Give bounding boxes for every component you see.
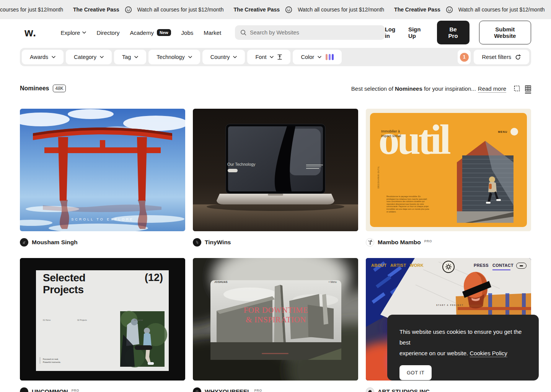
cookie-banner: This website uses cookies to ensure you …: [387, 315, 539, 381]
site-nav-press: PRESS: [474, 263, 489, 268]
search-input[interactable]: [250, 29, 380, 36]
cookie-text: This website uses cookies to ensure you …: [399, 327, 527, 359]
author-name: UNCOMMON: [32, 388, 68, 392]
site-card-tinywins[interactable]: Our Technology: [193, 109, 358, 231]
site-card-mousham-singh[interactable]: SCROLL TO EXPLORE: [20, 109, 185, 231]
nominee-cell: outil Immobilier àimpact social MENU DÉC…: [366, 109, 531, 258]
promo-banner[interactable]: courses for just $12/month The Creative …: [0, 0, 551, 19]
avatar: [193, 387, 201, 392]
smiley-icon: [446, 6, 453, 13]
search-icon: [240, 29, 246, 36]
filter-technology[interactable]: Technology: [148, 50, 200, 64]
menu-label: + Menu: [328, 281, 337, 283]
promo-message: Watch all courses for just $12/month: [298, 7, 384, 13]
author-name: TinyWins: [205, 239, 231, 246]
nav-explore[interactable]: Explore: [61, 29, 86, 36]
be-pro-button[interactable]: Be Pro: [437, 21, 469, 44]
site-card-whyyourfeel[interactable]: JOSHUAS + Menu FOR DOWNTIME& INSPIRATION: [193, 258, 358, 381]
main-nav: Explore Directory Academy New Jobs Marke…: [61, 29, 222, 36]
awwwards-logo[interactable]: w.: [24, 26, 36, 39]
nominee-cell: Our Technology TinyWins: [193, 109, 358, 258]
smiley-icon: [125, 6, 132, 13]
site-cta-pill: [516, 263, 527, 269]
nominees-count-badge: 48K: [53, 85, 65, 92]
laptop-artwork: [193, 109, 358, 231]
promo-brand: The Creative Pass: [394, 7, 440, 13]
pro-badge: PRO: [72, 389, 79, 392]
table-view-icon[interactable]: [525, 85, 531, 93]
nominee-cell: SelectedProjects (12) 01 Home 02 Project…: [20, 258, 185, 392]
author-name: WHYYOURFEEL: [205, 388, 251, 392]
avatar: [366, 387, 374, 392]
studio-logo-badge: [442, 261, 455, 273]
font-height-icon: [277, 54, 282, 60]
cookies-policy-link[interactable]: Cookies Policy: [469, 350, 507, 356]
pro-badge: PRO: [254, 389, 262, 392]
chevron-down-icon: [100, 56, 104, 58]
active-filters-count[interactable]: 1: [458, 50, 471, 64]
read-more-link[interactable]: Read more: [478, 85, 506, 92]
signup-link[interactable]: Sign Up: [408, 26, 426, 39]
screen-text-lines: [306, 165, 323, 170]
nominee-author[interactable]: UNCOMMON PRO: [20, 387, 185, 392]
filter-count-badge: 1: [460, 53, 469, 62]
avatar: [20, 238, 28, 247]
avatar: [366, 238, 374, 247]
nominee-cell: SCROLL TO EXPLORE Mousham Singh: [20, 109, 185, 258]
nominee-cell: JOSHUAS + Menu FOR DOWNTIME& INSPIRATION…: [193, 258, 358, 392]
nominee-author[interactable]: TinyWins: [193, 237, 358, 247]
outil-title-text: outil: [378, 119, 449, 161]
mini-nav-home: 01 Home: [43, 319, 51, 321]
promo-brand: The Creative Pass: [234, 7, 280, 13]
auth-area: Log in Sign Up Be Pro Submit Website: [385, 21, 531, 44]
listing-header: Nominees 48K Best selection of Nominees …: [20, 85, 531, 92]
nominee-author[interactable]: WHYYOURFEEL PRO: [193, 387, 358, 392]
reset-filters-button[interactable]: Reset filters: [474, 50, 529, 64]
page-title: Nominees: [20, 85, 49, 92]
got-it-button[interactable]: GOT IT: [399, 365, 432, 380]
start-project-text: START A PROJECT: [419, 304, 481, 306]
mini-nav-projects: 02 Projects: [77, 319, 87, 321]
vertical-label: DÉCOUVRIR OUTIL: [377, 166, 380, 188]
nominee-author[interactable]: Mousham Singh: [20, 237, 185, 247]
site-card-mambo-mambo[interactable]: outil Immobilier àimpact social MENU DÉC…: [366, 109, 531, 231]
nav-jobs[interactable]: Jobs: [181, 29, 194, 36]
nav-directory[interactable]: Directory: [96, 29, 119, 36]
nav-academy[interactable]: Academy New: [130, 29, 171, 36]
nominee-author[interactable]: Mambo Mambo PRO: [366, 237, 531, 247]
menu-circle-icon: [510, 128, 518, 136]
site-nav-artist: ARTIST: [390, 263, 406, 268]
contact-underline: [492, 270, 510, 270]
login-link[interactable]: Log in: [385, 26, 399, 39]
avatar: [20, 387, 28, 392]
filter-color[interactable]: Color: [293, 50, 342, 64]
site-card-uncommon[interactable]: SelectedProjects (12) 01 Home 02 Project…: [20, 258, 185, 381]
author-name: ART STUDIOS INC: [378, 388, 430, 392]
scroll-to-explore-text: SCROLL TO EXPLORE: [20, 217, 185, 221]
listing-subtitle: Best selection of Nominees for your insp…: [351, 85, 476, 92]
promo-message: Watch all courses for just $12/month: [458, 7, 545, 13]
mini-nav-journal: 03 Journal: [134, 319, 143, 321]
filter-tag[interactable]: Tag: [114, 50, 146, 64]
chevron-down-icon: [82, 31, 86, 34]
chevron-down-icon: [233, 56, 237, 58]
grid-view-icon[interactable]: [514, 85, 520, 91]
color-swatches-icon: [326, 54, 334, 60]
filter-awards[interactable]: Awards: [22, 50, 64, 64]
promo-message-partial: courses for just $12/month: [0, 7, 63, 13]
filter-font[interactable]: Font: [247, 50, 290, 64]
avatar: [193, 238, 201, 247]
screen-title-text: Our Technology: [227, 162, 255, 167]
site-nav-about: ABOUT: [371, 263, 387, 268]
smiley-icon: [285, 6, 292, 13]
chevron-down-icon: [52, 56, 55, 58]
nav-market[interactable]: Market: [204, 29, 221, 36]
reset-icon: [515, 54, 521, 60]
submit-website-button[interactable]: Submit Website: [479, 21, 531, 44]
filter-category[interactable]: Category: [66, 50, 112, 64]
pro-badge: PRO: [424, 239, 432, 243]
intro-paragraph: Révolutionner le paysage immobilier. En …: [386, 195, 430, 213]
menu-label: MENU: [498, 131, 507, 133]
nominee-author[interactable]: ART STUDIOS INC: [366, 387, 531, 392]
filter-country[interactable]: Country: [202, 50, 245, 64]
